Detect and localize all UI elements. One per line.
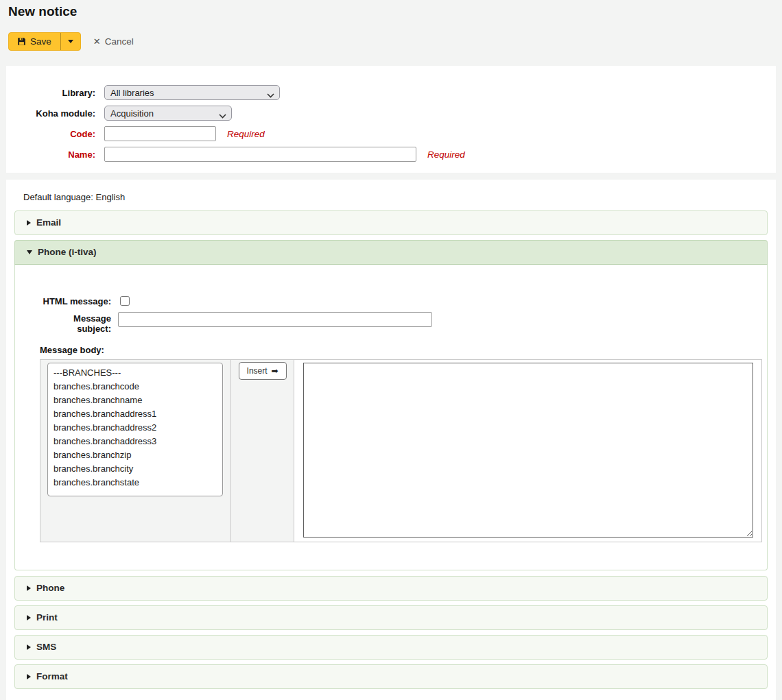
message-body-label-row: Message body: [40,343,762,355]
cancel-label: Cancel [105,36,134,47]
default-language-label: Default language: [23,192,93,202]
triangle-down-icon [27,250,32,254]
field-option[interactable]: branches.branchcode [48,379,222,393]
code-row: Code: Required [14,126,768,141]
field-option[interactable]: branches.branchaddress1 [48,407,222,420]
field-option[interactable]: branches.branchaddress2 [48,420,222,434]
insert-button-label: Insert [247,366,268,376]
triangle-right-icon [27,220,31,226]
close-icon: ✕ [93,37,101,46]
save-split-button: Save [8,32,81,51]
triangle-right-icon [27,586,31,591]
name-label: Name: [14,147,95,160]
message-subject-row: Message subject: [40,312,762,334]
name-field[interactable] [104,147,416,162]
field-option[interactable]: branches.branchstate [48,475,222,489]
save-button[interactable]: Save [9,33,60,50]
code-required-note: Required [227,126,265,139]
save-floppy-icon [17,37,26,46]
accordion-label-phone-itiva: Phone (i-tiva) [38,247,97,258]
toolbar: Save ✕ Cancel [8,32,774,51]
accordion-label-print: Print [36,612,58,623]
html-message-checkbox[interactable] [120,296,130,306]
html-message-row: HTML message: [40,295,762,306]
koha-module-select[interactable]: Acquisition [104,106,232,121]
default-language-value: English [96,192,126,202]
accordion-label-phone: Phone [36,583,64,594]
field-option[interactable]: branches.branchaddress3 [48,434,222,448]
accordion-label-format: Format [36,671,68,682]
accordion-header-phone-itiva[interactable]: Phone (i-tiva) [14,240,768,265]
message-body-cell [294,360,761,542]
triangle-right-icon [27,615,31,620]
default-language: Default language: English [14,192,768,202]
library-row: Library: All libraries [14,85,768,100]
notice-settings-panel: Library: All libraries Koha module: Acqu… [6,66,776,173]
page-header: New notice Save ✕ Cancel [0,0,782,51]
library-select[interactable]: All libraries [104,85,280,100]
code-field[interactable] [104,126,216,141]
save-button-label: Save [30,36,51,47]
insert-button[interactable]: Insert ➡ [239,362,287,380]
field-option[interactable]: branches.branchname [48,393,222,407]
field-option[interactable]: branches.branchcity [48,461,222,475]
koha-module-label: Koha module: [14,106,95,119]
koha-module-row: Koha module: Acquisition [14,106,768,121]
arrow-right-icon: ➡ [272,367,279,375]
field-option[interactable]: branches.branchzip [48,448,222,461]
chevron-down-icon [68,40,73,43]
phone-itiva-panel-body: HTML message: Message subject: Message b… [14,265,768,570]
html-message-label: HTML message: [40,295,111,306]
library-label: Library: [14,85,95,98]
accordion-header-sms[interactable]: SMS [14,635,768,660]
accordion-header-email[interactable]: Email [14,210,768,235]
message-body-label: Message body: [40,343,104,355]
accordion-label-sms: SMS [36,642,56,653]
cancel-button[interactable]: ✕ Cancel [93,36,134,47]
message-subject-field[interactable] [118,312,432,327]
notice-content-panel: Default language: English Email Phone (i… [6,180,776,700]
accordion-header-format[interactable]: Format [14,664,768,689]
message-subject-label: Message subject: [40,312,111,334]
name-required-note: Required [427,147,465,160]
accordion-header-print[interactable]: Print [14,605,768,630]
code-label: Code: [14,126,95,139]
field-option[interactable]: ---BRANCHES--- [48,365,222,379]
insert-cell: Insert ➡ [231,360,294,542]
triangle-right-icon [27,644,31,650]
message-body-textarea[interactable] [303,363,753,538]
name-row: Name: Required [14,147,768,162]
message-body-editor: ---BRANCHES---branches.branchcodebranche… [40,359,762,542]
accordion-label-email: Email [36,217,61,228]
page-title: New notice [8,3,774,20]
save-dropdown-toggle[interactable] [60,33,80,50]
message-fields-listbox[interactable]: ---BRANCHES---branches.branchcodebranche… [47,363,223,496]
triangle-right-icon [27,674,31,679]
accordion-header-phone[interactable]: Phone [14,576,768,601]
field-list-cell: ---BRANCHES---branches.branchcodebranche… [40,360,231,542]
